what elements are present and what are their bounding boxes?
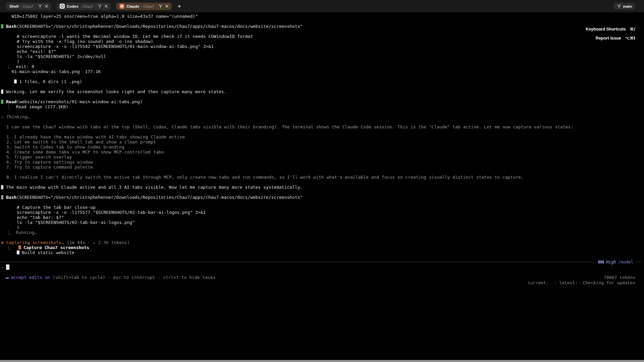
update-status: current: · latest: Checking for updates xyxy=(528,280,635,285)
window-bottom-edge xyxy=(0,360,644,362)
bar-light-marker xyxy=(1,89,3,94)
terminal-line: ls -la "$SCREENSHOTS/" 2>/dev/null xyxy=(1,54,644,59)
tab-claude[interactable]: Claude - Chau7 xyxy=(116,3,172,10)
terminal-line: screencapture -x -o -l175577 "$SCREENSHO… xyxy=(1,210,644,215)
terminal-line: 1. I already have the main window with A… xyxy=(1,134,644,139)
terminal-line: Build static website xyxy=(1,250,644,255)
terminal-line xyxy=(1,119,644,124)
branch-icon xyxy=(617,4,621,8)
model-separator-row: High /model xyxy=(0,259,644,264)
tab-codex[interactable]: Codex - Chau7 xyxy=(56,3,111,10)
branch-main-badge[interactable]: main xyxy=(614,3,635,10)
branch-icon[interactable] xyxy=(98,4,102,8)
terminal-line: 7. Try to capture command palette xyxy=(1,165,644,170)
prompt-chevron: › xyxy=(1,265,4,270)
terminal-line xyxy=(1,84,644,89)
terminal-line xyxy=(1,180,644,185)
close-icon[interactable] xyxy=(45,5,48,8)
terminal-line: 6. Try to capture settings window xyxy=(1,160,644,165)
bar-green-marker xyxy=(1,100,3,104)
bar-green-marker xyxy=(1,24,3,28)
status-bar: ▶▶accept edits on (shift+tab to cycle) ·… xyxy=(0,275,644,280)
terminal-line: ⎿ Running… xyxy=(1,230,644,235)
tab-shell[interactable]: Shell - Chau7 xyxy=(6,3,51,10)
terminal-line: ) xyxy=(1,59,644,64)
blk-white-marker xyxy=(17,250,19,254)
terminal-line xyxy=(1,29,644,34)
tab-title: Codex xyxy=(67,4,78,8)
bar-gray-marker xyxy=(1,195,3,199)
terminal-line: screencapture -x -o -l175542 "$SCREENSHO… xyxy=(1,44,644,49)
new-tab-button[interactable]: + xyxy=(177,3,181,10)
terminal-line xyxy=(1,190,644,195)
terminal-line: echo "tab bar: $?" xyxy=(1,215,644,220)
terminal-line xyxy=(1,200,644,205)
branch-badge-label: main xyxy=(623,4,632,8)
token-count: 78667 tokens xyxy=(604,275,635,280)
blk-orange-marker xyxy=(18,245,21,249)
terminal-lines[interactable]: WID=175802 layer=25 onscreen=true alpha=… xyxy=(0,13,644,255)
close-icon[interactable] xyxy=(105,5,108,8)
accept-edits-mode: ▶▶accept edits on xyxy=(6,275,50,280)
terminal-line: ∴ Thinking… xyxy=(1,114,644,119)
tab-bar: Shell - Chau7 Codex - Chau7 Claude - Cha… xyxy=(0,0,644,12)
terminal-line: I can see the Chau7 window with tabs at … xyxy=(1,124,644,129)
terminal-line: 1 files, 0 dirs (1 .png) xyxy=(1,79,644,84)
terminal-line xyxy=(1,129,644,134)
terminal-line: ) xyxy=(1,225,644,230)
tab-title: Claude xyxy=(126,4,139,8)
blk-white-marker xyxy=(14,79,17,83)
tab-title: Shell xyxy=(9,4,18,8)
tab-subtitle: - Chau7 xyxy=(20,4,33,8)
tab-subtitle: - Chau7 xyxy=(80,4,93,8)
terminal-line: WID=175802 layer=25 onscreen=true alpha=… xyxy=(1,14,644,19)
terminal-line xyxy=(1,170,644,175)
prompt-line[interactable]: › xyxy=(1,264,9,270)
terminal-line: echo "exit: $?" xyxy=(1,49,644,54)
text-cursor xyxy=(6,264,9,270)
tab-subtitle: - Chau7 xyxy=(141,4,154,8)
terminal-line xyxy=(1,235,644,240)
terminal-line: ⎿ exit: 0 xyxy=(1,64,644,69)
keyboard-hints: (shift+tab to cycle) · esc to interrupt … xyxy=(50,275,215,280)
terminal-line: The main window with Claude active and a… xyxy=(1,185,644,190)
claude-icon xyxy=(119,4,124,9)
terminal-line: Working. Let me verify the screenshot lo… xyxy=(1,89,644,94)
terminal-line: # Try with the -x flag (no sound) and -o… xyxy=(1,39,644,44)
terminal-line: Bash(SCREENSHOTS="/Users/christophehenne… xyxy=(1,195,644,200)
model-command-hint: /model xyxy=(618,259,633,264)
branch-icon[interactable] xyxy=(159,4,162,8)
terminal-line: Read(website/screenshots/01-main-window-… xyxy=(1,99,644,104)
terminal-line: 3. Switch to Codex tab to show Codex bra… xyxy=(1,144,644,149)
terminal-line: 5. Trigger search overlay xyxy=(1,155,644,160)
terminal-line: # screencapture -l wants the decimal win… xyxy=(1,34,644,39)
terminal-line: # Capture the tab bar close-up xyxy=(1,205,644,210)
terminal-line: ⎿ Capture Chau7 screenshots xyxy=(1,245,644,250)
terminal-line: ⎿ Read image (177.1KB) xyxy=(1,104,644,109)
terminal-line xyxy=(1,19,644,24)
openai-icon xyxy=(60,4,65,9)
terminal-line: ✻ Capturing screenshots… (1m 44s · ↓ 2.3… xyxy=(1,240,644,245)
branch-icon[interactable] xyxy=(38,4,42,8)
terminal-line xyxy=(1,94,644,99)
bar-light-marker xyxy=(1,185,3,189)
close-icon[interactable] xyxy=(165,5,168,8)
terminal-line: 01-main-window-ai-tabs.png 177.1K xyxy=(1,69,644,74)
terminal-line xyxy=(1,74,644,79)
model-usage-bars-icon xyxy=(598,260,604,263)
separator-line xyxy=(0,262,595,262)
terminal-line: 2. Let me switch to the Shell tab and sh… xyxy=(1,139,644,144)
terminal-line: ls -la "$SCREENSHOTS/02-tab-bar-ai-logos… xyxy=(1,220,644,225)
model-effort-label: High xyxy=(606,259,616,264)
terminal-line: 4. Create some demo tabs via MCP to show… xyxy=(1,149,644,155)
double-arrow-icon: ▶▶ xyxy=(6,276,9,280)
terminal-line: Bash(SCREENSHOTS="/Users/christophehenne… xyxy=(1,24,644,29)
terminal-line: 8. I realize I can't directly switch the… xyxy=(1,175,644,180)
terminal-line xyxy=(1,109,644,114)
separator-line xyxy=(636,262,642,262)
